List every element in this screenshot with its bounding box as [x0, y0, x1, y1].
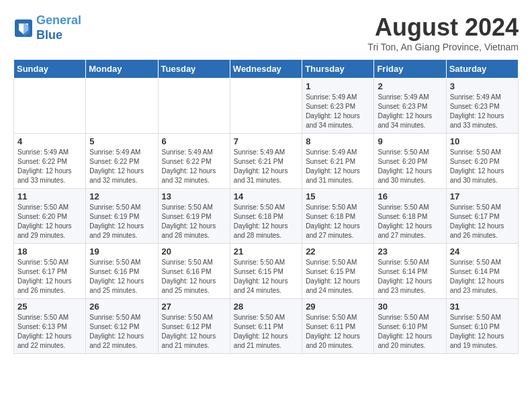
calendar-cell: 5Sunrise: 5:49 AM Sunset: 6:22 PM Daylig…	[86, 134, 158, 189]
logo: General Blue	[13, 13, 81, 42]
day-number: 25	[17, 302, 82, 312]
calendar-subtitle: Tri Ton, An Giang Province, Vietnam	[367, 42, 519, 52]
calendar-cell: 13Sunrise: 5:50 AM Sunset: 6:19 PM Dayli…	[158, 189, 230, 244]
calendar-cell: 7Sunrise: 5:49 AM Sunset: 6:21 PM Daylig…	[230, 134, 302, 189]
day-number: 15	[306, 191, 370, 201]
day-number: 5	[89, 136, 154, 146]
day-number: 2	[378, 81, 442, 91]
day-number: 30	[378, 302, 442, 312]
day-detail: Sunrise: 5:50 AM Sunset: 6:20 PM Dayligh…	[378, 148, 442, 185]
calendar-cell	[158, 79, 230, 134]
day-detail: Sunrise: 5:50 AM Sunset: 6:14 PM Dayligh…	[378, 258, 442, 295]
logo-line2: Blue	[36, 28, 62, 42]
day-detail: Sunrise: 5:50 AM Sunset: 6:18 PM Dayligh…	[306, 203, 370, 240]
calendar-week-row: 1Sunrise: 5:49 AM Sunset: 6:23 PM Daylig…	[14, 79, 519, 134]
day-detail: Sunrise: 5:50 AM Sunset: 6:10 PM Dayligh…	[450, 313, 515, 351]
weekday-row: SundayMondayTuesdayWednesdayThursdayFrid…	[14, 60, 519, 79]
calendar-cell: 8Sunrise: 5:49 AM Sunset: 6:21 PM Daylig…	[302, 134, 374, 189]
weekday-header-tuesday: Tuesday	[158, 60, 230, 79]
calendar-cell: 20Sunrise: 5:50 AM Sunset: 6:16 PM Dayli…	[158, 244, 230, 299]
title-section: August 2024 Tri Ton, An Giang Province, …	[367, 13, 519, 52]
day-detail: Sunrise: 5:50 AM Sunset: 6:12 PM Dayligh…	[162, 313, 226, 351]
calendar-cell	[14, 79, 86, 134]
calendar-cell: 2Sunrise: 5:49 AM Sunset: 6:23 PM Daylig…	[374, 79, 446, 134]
calendar-cell: 14Sunrise: 5:50 AM Sunset: 6:18 PM Dayli…	[230, 189, 302, 244]
day-detail: Sunrise: 5:49 AM Sunset: 6:23 PM Dayligh…	[378, 93, 442, 130]
day-number: 6	[162, 136, 226, 146]
page-header: General Blue August 2024 Tri Ton, An Gia…	[13, 13, 519, 52]
day-number: 27	[162, 302, 226, 312]
day-detail: Sunrise: 5:49 AM Sunset: 6:23 PM Dayligh…	[306, 93, 370, 130]
calendar-table: SundayMondayTuesdayWednesdayThursdayFrid…	[13, 59, 519, 354]
day-detail: Sunrise: 5:49 AM Sunset: 6:23 PM Dayligh…	[450, 93, 515, 130]
day-number: 9	[378, 136, 442, 146]
day-number: 7	[234, 136, 298, 146]
calendar-body: 1Sunrise: 5:49 AM Sunset: 6:23 PM Daylig…	[14, 79, 519, 354]
day-number: 21	[234, 246, 298, 257]
day-number: 17	[450, 191, 515, 201]
day-number: 31	[450, 302, 515, 312]
calendar-cell	[230, 79, 302, 134]
day-detail: Sunrise: 5:50 AM Sunset: 6:15 PM Dayligh…	[306, 258, 370, 295]
calendar-title: August 2024	[367, 13, 519, 42]
weekday-header-friday: Friday	[374, 60, 446, 79]
calendar-cell: 19Sunrise: 5:50 AM Sunset: 6:16 PM Dayli…	[86, 244, 158, 299]
weekday-header-monday: Monday	[86, 60, 158, 79]
calendar-cell: 17Sunrise: 5:50 AM Sunset: 6:17 PM Dayli…	[446, 189, 518, 244]
calendar-cell: 9Sunrise: 5:50 AM Sunset: 6:20 PM Daylig…	[374, 134, 446, 189]
day-detail: Sunrise: 5:50 AM Sunset: 6:17 PM Dayligh…	[17, 258, 82, 295]
day-number: 13	[162, 191, 226, 201]
day-number: 24	[450, 246, 515, 257]
weekday-header-thursday: Thursday	[302, 60, 374, 79]
day-detail: Sunrise: 5:50 AM Sunset: 6:10 PM Dayligh…	[378, 313, 442, 351]
calendar-cell: 12Sunrise: 5:50 AM Sunset: 6:19 PM Dayli…	[86, 189, 158, 244]
calendar-cell: 24Sunrise: 5:50 AM Sunset: 6:14 PM Dayli…	[446, 244, 518, 299]
calendar-cell: 1Sunrise: 5:49 AM Sunset: 6:23 PM Daylig…	[302, 79, 374, 134]
calendar-week-row: 25Sunrise: 5:50 AM Sunset: 6:13 PM Dayli…	[14, 299, 519, 354]
logo-line1: General	[36, 13, 81, 27]
logo-text: General Blue	[36, 13, 81, 42]
day-number: 4	[17, 136, 82, 146]
calendar-cell: 28Sunrise: 5:50 AM Sunset: 6:11 PM Dayli…	[230, 299, 302, 354]
day-number: 23	[378, 246, 442, 257]
calendar-cell: 3Sunrise: 5:49 AM Sunset: 6:23 PM Daylig…	[446, 79, 518, 134]
calendar-header: SundayMondayTuesdayWednesdayThursdayFrid…	[14, 60, 519, 79]
day-detail: Sunrise: 5:50 AM Sunset: 6:15 PM Dayligh…	[234, 258, 298, 295]
day-number: 12	[89, 191, 154, 201]
day-number: 16	[378, 191, 442, 201]
calendar-week-row: 18Sunrise: 5:50 AM Sunset: 6:17 PM Dayli…	[14, 244, 519, 299]
weekday-header-wednesday: Wednesday	[230, 60, 302, 79]
day-detail: Sunrise: 5:50 AM Sunset: 6:17 PM Dayligh…	[450, 203, 515, 240]
day-number: 29	[306, 302, 370, 312]
day-detail: Sunrise: 5:49 AM Sunset: 6:22 PM Dayligh…	[89, 148, 154, 185]
day-detail: Sunrise: 5:50 AM Sunset: 6:18 PM Dayligh…	[378, 203, 442, 240]
day-detail: Sunrise: 5:49 AM Sunset: 6:22 PM Dayligh…	[162, 148, 226, 185]
day-number: 19	[89, 246, 154, 257]
calendar-cell: 22Sunrise: 5:50 AM Sunset: 6:15 PM Dayli…	[302, 244, 374, 299]
logo-icon	[13, 18, 34, 38]
calendar-cell: 25Sunrise: 5:50 AM Sunset: 6:13 PM Dayli…	[14, 299, 86, 354]
day-detail: Sunrise: 5:50 AM Sunset: 6:19 PM Dayligh…	[89, 203, 154, 240]
day-detail: Sunrise: 5:50 AM Sunset: 6:14 PM Dayligh…	[450, 258, 515, 295]
calendar-cell: 23Sunrise: 5:50 AM Sunset: 6:14 PM Dayli…	[374, 244, 446, 299]
day-detail: Sunrise: 5:50 AM Sunset: 6:16 PM Dayligh…	[162, 258, 226, 295]
calendar-cell: 31Sunrise: 5:50 AM Sunset: 6:10 PM Dayli…	[446, 299, 518, 354]
day-number: 8	[306, 136, 370, 146]
calendar-cell: 30Sunrise: 5:50 AM Sunset: 6:10 PM Dayli…	[374, 299, 446, 354]
day-number: 20	[162, 246, 226, 257]
day-detail: Sunrise: 5:49 AM Sunset: 6:21 PM Dayligh…	[306, 148, 370, 185]
calendar-cell: 10Sunrise: 5:50 AM Sunset: 6:20 PM Dayli…	[446, 134, 518, 189]
day-detail: Sunrise: 5:50 AM Sunset: 6:11 PM Dayligh…	[234, 313, 298, 351]
weekday-header-sunday: Sunday	[14, 60, 86, 79]
calendar-cell: 4Sunrise: 5:49 AM Sunset: 6:22 PM Daylig…	[14, 134, 86, 189]
calendar-cell	[86, 79, 158, 134]
day-detail: Sunrise: 5:50 AM Sunset: 6:11 PM Dayligh…	[306, 313, 370, 351]
day-number: 10	[450, 136, 515, 146]
day-number: 28	[234, 302, 298, 312]
calendar-week-row: 11Sunrise: 5:50 AM Sunset: 6:20 PM Dayli…	[14, 189, 519, 244]
calendar-week-row: 4Sunrise: 5:49 AM Sunset: 6:22 PM Daylig…	[14, 134, 519, 189]
calendar-cell: 29Sunrise: 5:50 AM Sunset: 6:11 PM Dayli…	[302, 299, 374, 354]
day-number: 11	[17, 191, 82, 201]
day-number: 1	[306, 81, 370, 91]
day-number: 3	[450, 81, 515, 91]
